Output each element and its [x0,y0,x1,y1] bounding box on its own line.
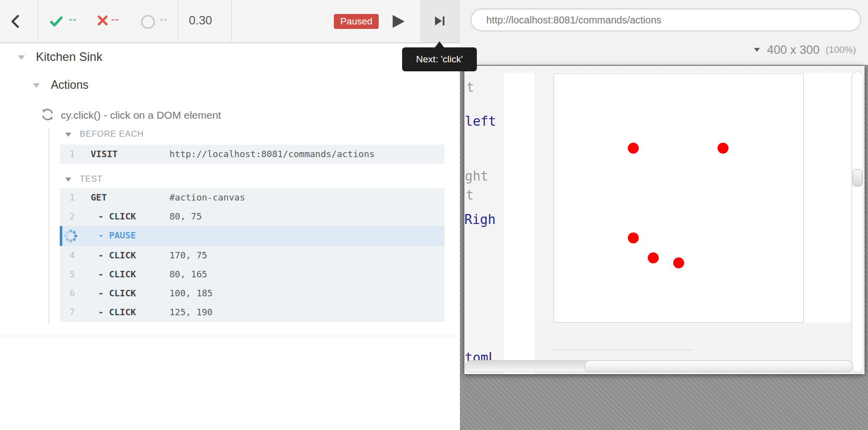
toolbar-separator [231,0,232,42]
hook-label-test[interactable]: TEST [80,174,103,184]
caret-down-icon[interactable] [18,55,25,60]
suite-title[interactable]: Kitchen Sink [36,50,102,64]
passed-check-icon [49,14,64,29]
canvas-click-dot [648,252,659,263]
reporter-panel: -- -- -- 0.30 Paused [0,0,460,430]
app-stage-background: tleftghttRightomL [460,65,868,430]
back-button[interactable] [7,13,25,30]
app-top-strip [464,66,865,73]
test-body-indent-line [48,129,49,323]
command-row-click[interactable]: 5- CLICK80, 165 [60,265,444,284]
subsuite-title[interactable]: Actions [51,78,88,92]
vertical-scrollbar-thumb[interactable] [853,169,863,187]
resume-play-button[interactable] [393,15,405,28]
app-header: http://localhost:8081/commands/actions 4… [460,0,868,65]
canvas-click-dot [628,143,639,154]
command-value: 80, 75 [169,211,202,221]
command-number: 1 [60,149,75,159]
app-text-fragment[interactable]: t [466,188,474,203]
command-number: 5 [60,269,75,279]
next-step-tooltip: Next: 'click' [402,47,477,71]
canvas-click-dot [718,143,728,154]
command-value: 80, 165 [169,269,207,279]
canvas-click-dot [628,232,639,243]
test-command-list: 1GET#action-canvas2- CLICK80, 75- PAUSE4… [60,188,444,322]
command-value: 170, 75 [169,250,207,260]
reporter-toolbar: -- -- -- 0.30 Paused [0,0,460,43]
failed-x-icon [96,14,109,29]
caret-down-icon[interactable] [33,83,40,88]
app-text-fragment[interactable]: left [465,114,496,129]
paused-status-badge: Paused [334,14,379,29]
action-canvas[interactable] [554,73,804,323]
test-title-row[interactable]: cy.click() - click on a DOM element [41,108,54,123]
command-name: GET [91,192,107,203]
command-value: 100, 185 [169,288,213,298]
command-value: http://localhost:8081/commands/actions [169,149,375,159]
command-value: #action-canvas [169,192,245,203]
command-row-visit[interactable]: 1VISIThttp://localhost:8081/commands/act… [60,145,444,164]
command-row-click[interactable]: 6- CLICK100, 185 [60,284,444,303]
command-number: 6 [60,288,75,298]
command-number: 2 [60,211,75,221]
command-name: - PAUSE [98,230,136,240]
command-number: 1 [60,192,75,203]
test-running-spinner-icon [41,114,54,123]
app-text-fragment[interactable]: Righ [464,212,496,227]
viewport-size-label: 400 x 300 [767,43,819,57]
hook-label-before-each[interactable]: BEFORE EACH [80,129,144,139]
command-value: 125, 190 [169,307,213,317]
test-title: cy.click() - click on a DOM element [61,109,221,121]
command-row-click[interactable]: 2- CLICK80, 75 [60,207,444,226]
app-iframe: tleftghttRightomL [464,66,865,374]
step-forward-icon [433,13,447,30]
toolbar-separator [178,0,178,42]
failed-count: -- [111,13,119,25]
viewport-zoom-label: (100%) [826,44,856,55]
app-preview-panel: http://localhost:8081/commands/actions 4… [460,0,868,430]
command-row-pause[interactable]: - PAUSE [60,226,444,246]
pending-circle-icon [141,15,155,29]
vertical-scrollbar-track[interactable] [851,71,864,373]
dropdown-caret-icon [754,48,760,52]
cypress-test-runner: -- -- -- 0.30 Paused [0,0,868,430]
back-chevron-icon [7,23,25,31]
command-name: - CLICK [98,307,136,317]
before-each-command-list: 1VISIThttp://localhost:8081/commands/act… [60,145,444,164]
tooltip-text: Next: 'click' [416,54,463,65]
toolbar-separator [38,0,38,42]
command-row-click[interactable]: 7- CLICK125, 190 [60,303,444,322]
step-forward-button[interactable] [420,0,460,42]
pause-spinner-icon [69,234,72,237]
command-number: 4 [60,250,75,260]
app-horizontal-rule [553,349,693,350]
command-name: - CLICK [98,269,136,279]
tooltip-arrow [434,41,444,48]
caret-down-icon[interactable] [65,178,71,182]
command-name: - CLICK [98,250,136,260]
horizontal-scrollbar-thumb[interactable] [584,360,853,372]
passed-count: -- [69,13,77,25]
app-text-fragment[interactable]: ght [465,169,488,184]
viewport-menu[interactable]: 400 x 300 (100%) [754,42,856,58]
command-name: - CLICK [98,288,136,298]
caret-down-icon[interactable] [65,133,71,137]
url-bar[interactable]: http://localhost:8081/commands/actions [470,8,861,31]
command-name: - CLICK [98,211,136,221]
command-row-get[interactable]: 1GET#action-canvas [60,188,444,207]
test-block-divider [0,336,460,336]
app-text-fragment[interactable]: t [466,80,474,95]
command-number: 7 [60,307,75,317]
command-name: VISIT [91,149,118,159]
canvas-click-dot [673,257,684,268]
elapsed-time: 0.30 [189,13,212,27]
command-row-click[interactable]: 4- CLICK170, 75 [60,246,444,265]
pending-count: -- [160,13,168,25]
